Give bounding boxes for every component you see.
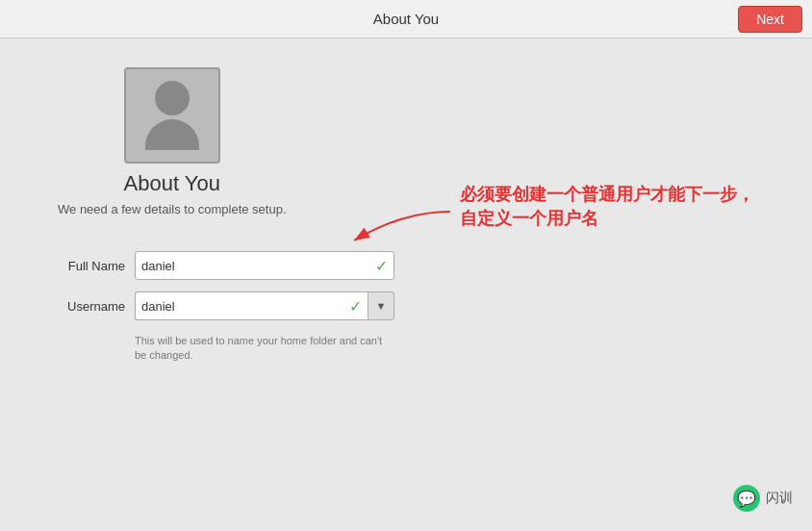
username-input-wrapper: ✓ ▼ (135, 291, 394, 320)
main-content: About You We need a few details to compl… (0, 38, 812, 364)
avatar[interactable] (124, 67, 220, 164)
username-check-icon: ✓ (349, 297, 362, 316)
avatar-section: About You We need a few details to compl… (58, 67, 287, 240)
full-name-input[interactable] (141, 259, 371, 273)
wechat-symbol: 💬 (737, 490, 756, 508)
username-label: Username (58, 299, 125, 314)
about-subtitle: We need a few details to complete setup. (58, 202, 287, 216)
username-input[interactable] (141, 299, 345, 314)
username-input-box: ✓ (135, 291, 368, 320)
watermark: 💬 闪训 (733, 485, 793, 512)
form-section: Full Name ✓ Username ✓ ▼ This will be us… (58, 251, 394, 364)
about-title: About You (124, 171, 220, 196)
annotation-arrow (344, 202, 460, 260)
watermark-label: 闪训 (766, 490, 793, 507)
username-row: Username ✓ ▼ (58, 291, 394, 320)
annotation-block: 必须要创建一个普通用户才能下一步，自定义一个用户名 (460, 183, 754, 231)
header-title: About You (373, 11, 439, 27)
annotation-text: 必须要创建一个普通用户才能下一步，自定义一个用户名 (460, 183, 754, 231)
username-dropdown-button[interactable]: ▼ (368, 291, 394, 320)
avatar-head (155, 81, 190, 115)
username-hint: This will be used to name your home fold… (135, 334, 394, 364)
header-bar: About You Next (0, 0, 812, 38)
avatar-body (145, 119, 199, 150)
avatar-placeholder-icon (145, 81, 199, 150)
next-button[interactable]: Next (738, 6, 802, 33)
wechat-icon: 💬 (733, 485, 760, 512)
full-name-label: Full Name (58, 259, 125, 273)
